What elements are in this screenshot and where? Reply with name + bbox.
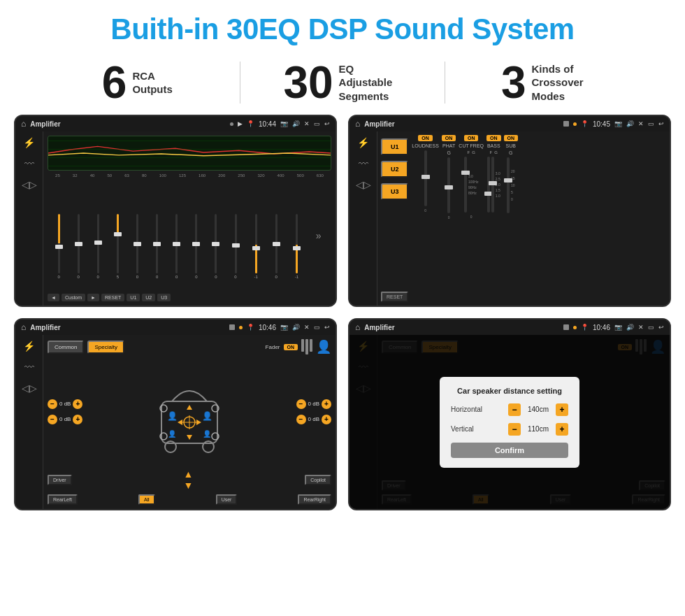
sidebar-eq-icon-2[interactable]: ⚡ (357, 137, 369, 148)
down-arrow[interactable]: ▼ (184, 480, 194, 491)
eq-sidebar: ⚡ 〰 ◁▷ (15, 131, 43, 306)
fl-plus[interactable]: + (73, 399, 82, 409)
copilot-btn[interactable]: Copilot (305, 475, 331, 485)
fl-minus[interactable]: − (48, 399, 57, 409)
ch-sub: ON SUB G 20151050 (504, 135, 519, 302)
sidebar-wave-icon-3[interactable]: 〰 (24, 361, 34, 373)
driver-btn[interactable]: Driver (48, 475, 72, 485)
horizontal-plus[interactable]: + (556, 403, 568, 416)
all-btn[interactable]: All (138, 494, 155, 505)
rl-db-value: 0 dB (59, 416, 71, 422)
svg-text:👤: 👤 (167, 410, 178, 421)
stat-divider-1 (240, 62, 240, 103)
sidebar-vol-icon[interactable]: ◁▷ (22, 179, 37, 190)
eq-prev-btn[interactable]: ◄ (48, 294, 59, 301)
confirm-button[interactable]: Confirm (451, 443, 568, 458)
back-icon[interactable]: ↩ (324, 120, 330, 127)
right-controls: − 0 dB + − 0 dB + (296, 399, 331, 424)
svg-text:👤: 👤 (202, 410, 212, 421)
fr-minus[interactable]: − (296, 399, 306, 409)
eq-slider-8[interactable]: 0 (195, 214, 197, 291)
screens-grid: ⌂ Amplifier ▶ 📍 10:44 📷 🔊 ✕ ▭ ↩ ⚡ 〰 ◁▷ (0, 115, 685, 517)
sidebar-wave-icon-2[interactable]: 〰 (359, 158, 368, 169)
window-icon-4[interactable]: ▭ (648, 324, 654, 331)
u3-btn[interactable]: U3 (381, 183, 408, 200)
eq-u2-btn[interactable]: U2 (142, 294, 155, 301)
sidebar-eq-icon-3[interactable]: ⚡ (23, 341, 35, 352)
status-time-crossover: 10:45 (593, 120, 610, 128)
horizontal-stepper: − 140cm + (508, 403, 568, 416)
eq-slider-6[interactable]: 0 (156, 214, 158, 291)
rr-minus[interactable]: − (296, 415, 306, 424)
window-icon-2[interactable]: ▭ (648, 120, 654, 127)
home-icon-3[interactable]: ⌂ (21, 322, 26, 332)
eq-slider-10[interactable]: 0 (234, 214, 236, 291)
eq-next-btn[interactable]: ► (87, 294, 99, 301)
speaker-bottom-row: Driver ▲ ▼ Copilot (48, 468, 331, 491)
ch-phat: ON PHAT G 0 (442, 135, 456, 302)
camera-icon-4: 📷 (614, 324, 622, 331)
home-icon-4[interactable]: ⌂ (355, 322, 360, 332)
crossover-sidebar: ⚡ 〰 ◁▷ (349, 131, 377, 306)
home-icon-2[interactable]: ⌂ (355, 119, 360, 129)
svg-text:👤: 👤 (203, 429, 212, 438)
window-icon-3[interactable]: ▭ (314, 324, 320, 331)
bass-g-slider[interactable] (491, 157, 494, 213)
page-title: Buith-in 30EQ DSP Sound System (0, 0, 685, 53)
stat-eq-text: EQ AdjustableSegments (339, 62, 402, 103)
eq-slider-9[interactable]: 0 (215, 214, 217, 291)
screen-eq: ⌂ Amplifier ▶ 📍 10:44 📷 🔊 ✕ ▭ ↩ ⚡ 〰 ◁▷ (14, 115, 337, 307)
user-btn[interactable]: User (216, 494, 238, 505)
screen-speaker: ⌂ Amplifier 📍 10:46 📷 🔊 ✕ ▭ ↩ ⚡ 〰 ◁▷ Com… (14, 318, 337, 510)
eq-u1-btn[interactable]: U1 (127, 294, 140, 301)
close-icon-eq[interactable]: ✕ (304, 120, 310, 127)
dialog-row-vertical: Vertical − 110cm + (451, 423, 568, 436)
eq-custom-btn[interactable]: Custom (62, 294, 85, 301)
eq-u3-btn[interactable]: U3 (157, 294, 171, 301)
u1-btn[interactable]: U1 (381, 138, 408, 155)
sidebar-eq-icon[interactable]: ⚡ (23, 137, 35, 148)
speaker-content: ⚡ 〰 ◁▷ Common Specialty Fader ON 👤 (15, 335, 336, 509)
rl-minus[interactable]: − (48, 415, 57, 424)
expand-icon[interactable]: » (316, 230, 322, 241)
fl-db-value: 0 dB (59, 401, 71, 407)
fr-plus[interactable]: + (322, 399, 331, 409)
eq-slider-7[interactable]: 0 (175, 214, 178, 291)
eq-slider-13[interactable]: -1 (295, 214, 298, 291)
vertical-plus[interactable]: + (556, 423, 568, 436)
dialog-box: Car speaker distance setting Horizontal … (440, 377, 579, 468)
close-icon-speaker[interactable]: ✕ (304, 324, 310, 331)
crossover-reset-btn[interactable]: RESET (381, 292, 408, 302)
home-icon[interactable]: ⌂ (21, 119, 26, 129)
eq-reset-btn[interactable]: RESET (101, 294, 124, 301)
sidebar-wave-icon[interactable]: 〰 (24, 158, 34, 169)
eq-slider-5[interactable]: 0 (136, 214, 138, 291)
eq-slider-12[interactable]: 0 (275, 214, 277, 291)
eq-slider-11[interactable]: -1 (254, 214, 257, 291)
close-icon-crossover[interactable]: ✕ (638, 120, 644, 127)
horizontal-minus[interactable]: − (508, 403, 521, 416)
fader-on-btn[interactable]: ON (284, 344, 298, 350)
sidebar-vol-icon-3[interactable]: ◁▷ (22, 382, 37, 394)
back-icon-2[interactable]: ↩ (658, 120, 664, 127)
eq-slider-1[interactable]: 0 (57, 214, 59, 291)
eq-slider-2[interactable]: 0 (77, 214, 79, 291)
rearleft-btn[interactable]: RearLeft (48, 494, 78, 505)
tab-common[interactable]: Common (48, 341, 84, 354)
rearright-btn[interactable]: RearRight (298, 494, 331, 505)
rl-plus[interactable]: + (73, 415, 82, 424)
location-icon-3: 📍 (247, 324, 254, 331)
eq-slider-4[interactable]: 5 (117, 214, 119, 291)
eq-slider-3[interactable]: 0 (97, 214, 99, 291)
window-icon[interactable]: ▭ (314, 120, 320, 127)
back-icon-3[interactable]: ↩ (324, 324, 330, 331)
up-arrow[interactable]: ▲ (184, 468, 194, 480)
vertical-minus[interactable]: − (508, 423, 521, 436)
close-icon-dialog[interactable]: ✕ (638, 324, 644, 331)
back-icon-4[interactable]: ↩ (658, 324, 664, 331)
tab-specialty[interactable]: Specialty (87, 341, 124, 354)
u2-btn[interactable]: U2 (381, 161, 408, 178)
sidebar-vol-icon-2[interactable]: ◁▷ (356, 179, 371, 190)
rr-plus[interactable]: + (322, 415, 331, 424)
location-icon-2: 📍 (581, 120, 589, 127)
